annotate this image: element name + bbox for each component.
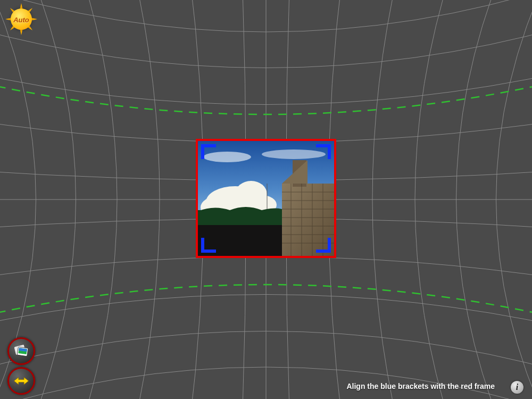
viewfinder[interactable] bbox=[196, 139, 336, 258]
svg-point-2 bbox=[262, 149, 326, 159]
capture-stage[interactable]: Auto Align the blue brackets with the re… bbox=[0, 0, 532, 399]
horizontal-arrows-icon bbox=[12, 372, 30, 390]
svg-rect-9 bbox=[282, 184, 334, 256]
captured-thumbnail bbox=[198, 141, 334, 256]
svg-point-1 bbox=[203, 152, 251, 162]
exposure-mode-button[interactable]: Auto bbox=[5, 3, 37, 35]
exposure-mode-label: Auto bbox=[13, 16, 29, 24]
gallery-button[interactable] bbox=[7, 337, 35, 365]
svg-marker-35 bbox=[14, 377, 28, 385]
instruction-text: Align the blue brackets with the red fra… bbox=[346, 382, 495, 390]
info-icon: i bbox=[516, 383, 518, 392]
orientation-button[interactable] bbox=[7, 367, 35, 395]
gallery-icon bbox=[12, 342, 30, 360]
info-button[interactable]: i bbox=[511, 381, 523, 394]
